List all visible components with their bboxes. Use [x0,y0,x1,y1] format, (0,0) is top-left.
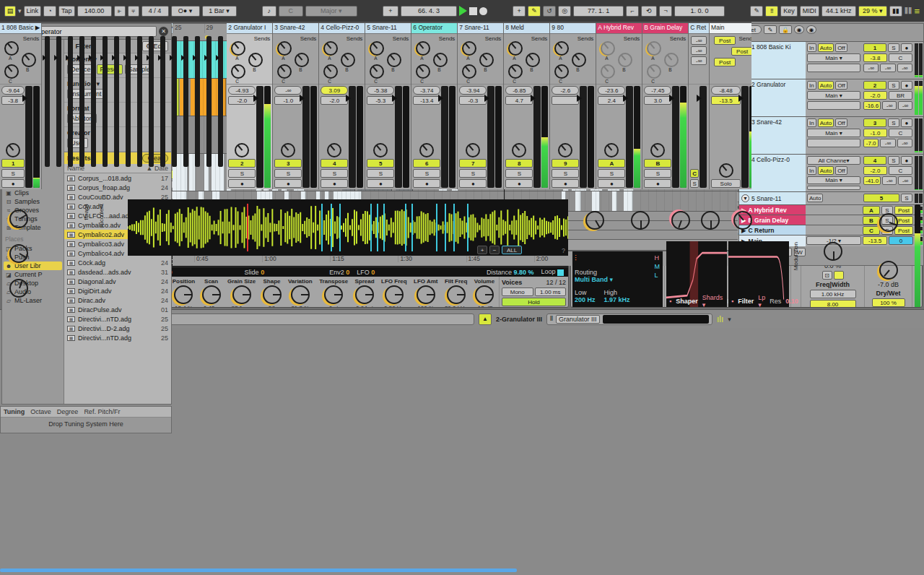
mixer-track-name[interactable]: Main [710,23,751,34]
browser-file-row[interactable]: ▦ Directivi...nTD.adg 25 [64,333,171,342]
monitor-auto-button[interactable]: Auto [818,118,834,127]
chain-fader[interactable] [91,36,96,167]
pan-knob[interactable] [281,143,295,157]
modulation-tab[interactable]: Modulation [793,242,799,270]
mixer-strip[interactable]: 4 Cello-Pizz-0 Sends A B C 3.09 -2.0 [319,23,365,189]
send-b-field[interactable]: -∞ [880,64,895,72]
send-b-knob[interactable] [22,53,36,67]
return-track-name[interactable]: B Grain Delay [749,217,789,224]
send-b-knob[interactable] [248,53,263,67]
gain-readout[interactable]: -2.0 [321,96,348,105]
cue-post-a-button[interactable]: Post [714,36,736,45]
capture-midi-button[interactable]: ◎ [558,6,571,17]
mixer-strip[interactable]: 7 Snare-11 Sends A B C -3.94 -0.3 [458,23,504,189]
chain-fader[interactable] [183,36,188,167]
chevron-down-icon[interactable]: ▾ [728,316,731,323]
volume-fader[interactable] [699,86,707,188]
granulator-knob[interactable]: Volume -12 dB [474,278,494,308]
arm-button[interactable]: ● [228,179,256,188]
volume-fader[interactable] [441,86,448,188]
return-activator[interactable]: B [863,216,880,225]
radio-button-icon[interactable]: ◉ [794,25,804,34]
send-c-knob[interactable] [508,64,523,79]
quantization-select[interactable]: 1 Bar ▾ [202,6,237,17]
time-signature-field[interactable]: 4 / 4 [141,6,169,17]
volume-fader[interactable] [302,86,310,188]
send-c-knob[interactable] [416,64,430,79]
track-name[interactable]: 1 808 Basic Ki [751,43,790,51]
solo-button[interactable]: S [690,179,699,188]
arrangement-clip[interactable] [612,191,618,211]
solo-button[interactable]: S [321,169,348,178]
chain-fader[interactable] [195,36,200,167]
follow-button[interactable]: + [383,6,398,17]
granulator-knob[interactable]: Shape 58 [263,278,282,308]
mixer-track-name[interactable]: 6 Operator [411,23,457,34]
output-routing-select[interactable]: Main ▾ [807,176,860,184]
send-c-field[interactable]: -∞ [898,101,912,110]
solo-button[interactable]: S [1,169,25,178]
arm-button[interactable]: ● [901,156,912,165]
track-activator[interactable]: 1 [1,159,25,168]
volume-fader[interactable] [741,86,749,188]
fb-width-field[interactable]: 8.00 [810,300,856,308]
track-header[interactable]: ▼ 3 Snare-42 In Auto Off Main ▾ [739,116,923,154]
granulator-knob[interactable]: LFO Amt 100 % [414,278,437,308]
mixer-track-name[interactable]: 2 Granulator I [227,23,272,34]
send-b-knob[interactable] [572,53,586,67]
send-c-knob[interactable] [647,64,661,79]
arrangement-clip[interactable] [592,191,600,211]
lfo-label[interactable]: LFO 0 [357,269,375,276]
output-knob[interactable] [879,261,898,280]
chain-fader[interactable] [126,36,131,167]
track-activator[interactable]: 1 [863,43,886,52]
draw-mode-icon[interactable]: ✎ [750,6,763,17]
arm-button[interactable]: ● [552,179,579,188]
track-activator[interactable]: B [644,159,671,168]
arm-button[interactable]: ● [1,179,25,188]
volume-fader[interactable] [487,86,494,188]
chain-fader[interactable] [103,36,108,167]
filter-select[interactable]: Lp ▾ [758,294,765,308]
solo-button[interactable]: S [598,169,625,178]
send-a-knob[interactable] [323,41,338,56]
gain-readout[interactable]: -5.3 [367,96,394,105]
mixer-strip[interactable]: 3 Snare-42 Sends A B C -∞ -1.0 [273,23,319,189]
track-volume-field[interactable]: -2.0 [863,91,887,100]
send-b-field[interactable]: -∞ [882,176,897,185]
res-value[interactable]: 0.10 [785,298,798,305]
solo-button[interactable]: S [644,169,671,178]
send-a-knob[interactable] [647,41,661,56]
gain-readout[interactable]: -1.0 [274,96,302,105]
track-pan-field[interactable]: C [889,129,912,137]
low-split-value[interactable]: 200 Hz [575,296,596,303]
solo-button[interactable]: S [888,156,899,165]
send-b-knob[interactable] [664,53,679,67]
volume-readout[interactable]: -5.38 [367,86,394,95]
gain-readout[interactable]: -0.3 [459,96,487,105]
punch-in-icon[interactable]: ⌐ [626,6,639,17]
arm-button[interactable]: ● [901,43,912,52]
zoom-all-button[interactable]: ALL [502,246,522,254]
groove-amount-select[interactable]: O● ▾ [171,6,200,17]
return-track-header[interactable]: ▶ A Hybrid Rev A S Post [739,204,923,215]
groove-nudge-down-icon[interactable]: ⫦ [114,6,126,17]
send-a-knob[interactable] [277,41,292,56]
dry-wet-field[interactable]: 100 % [872,298,905,307]
return-activator[interactable]: C [863,226,880,235]
zoom-in-button[interactable]: + [477,246,487,254]
arrangement-clip[interactable] [575,191,581,211]
send-a-knob[interactable] [601,41,615,56]
chain-fader[interactable] [68,36,73,167]
pan-knob[interactable] [419,143,434,157]
places-item[interactable]: ▱ ML-Laser [4,296,62,305]
fold-device-chip[interactable]: ▲ [479,314,492,325]
solo-button[interactable]: S [459,169,487,178]
fb-route-b-button[interactable] [834,271,844,280]
track-name[interactable]: 3 Snare-42 [751,118,782,126]
pan-knob[interactable] [512,143,526,157]
send-b-knob[interactable] [341,53,355,67]
gain-readout[interactable]: 4.7 [505,96,533,105]
shaper-select[interactable]: Shards ▾ [702,294,723,308]
gain-readout[interactable]: -13.4 [413,96,440,105]
